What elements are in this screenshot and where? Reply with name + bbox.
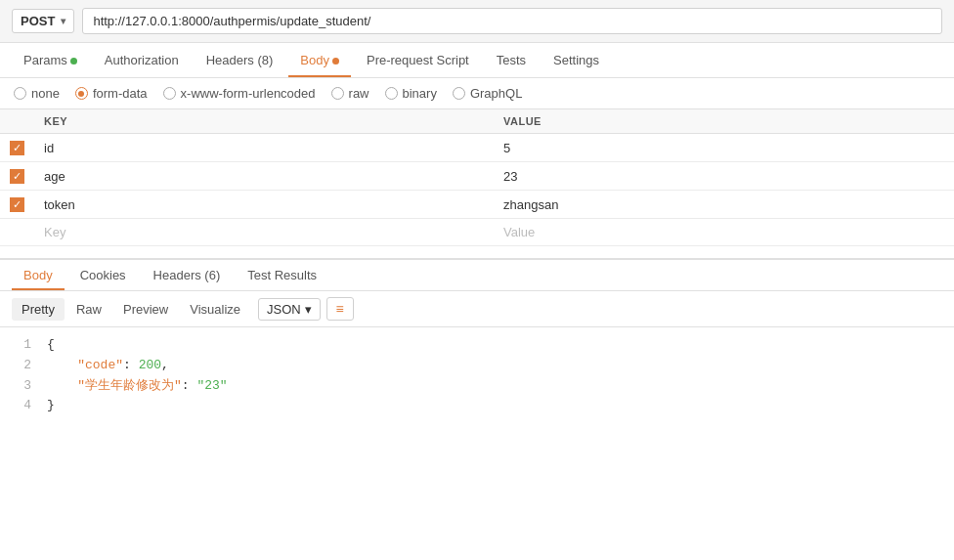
checkbox-token[interactable]: ✓ <box>10 197 24 212</box>
url-bar: POST ▾ <box>0 0 954 43</box>
method-label: POST <box>21 14 55 28</box>
response-toolbar: Pretty Raw Preview Visualize JSON ▾ ≡ <box>0 291 954 327</box>
preview-button[interactable]: Preview <box>113 298 178 321</box>
value-age[interactable]: 23 <box>494 162 954 191</box>
value-token[interactable]: zhangsan <box>494 191 954 219</box>
body-type-binary[interactable]: binary <box>385 86 437 101</box>
tab-params[interactable]: Params <box>12 43 89 77</box>
code-content-3: "学生年龄修改为": "23" <box>47 376 228 397</box>
line-num-4: 4 <box>12 396 31 416</box>
wrap-icon: ≡ <box>336 301 344 317</box>
radio-graphql <box>453 87 465 100</box>
body-dot <box>332 58 339 65</box>
table-row: ✓ age 23 <box>0 162 954 191</box>
value-id[interactable]: 5 <box>494 134 954 162</box>
code-line-3: 3 "学生年龄修改为": "23" <box>12 376 942 397</box>
line-num-1: 1 <box>12 335 31 356</box>
key-placeholder: Key <box>44 225 65 239</box>
line-num-3: 3 <box>12 376 31 397</box>
table-row: ✓ token zhangsan <box>0 191 954 219</box>
raw-button[interactable]: Raw <box>66 298 111 321</box>
response-section: Body Cookies Headers (6) Test Results Pr… <box>0 258 954 424</box>
resp-tab-test-results[interactable]: Test Results <box>236 260 328 290</box>
tab-body[interactable]: Body <box>288 43 351 77</box>
params-dot <box>70 58 77 65</box>
request-tabs: Params Authorization Headers (8) Body Pr… <box>0 43 954 78</box>
radio-form-data <box>75 87 88 100</box>
resp-tab-headers[interactable]: Headers (6) <box>142 260 233 290</box>
radio-none <box>14 87 26 100</box>
radio-urlencoded <box>163 87 176 100</box>
body-type-raw[interactable]: raw <box>331 86 369 101</box>
code-line-4: 4 } <box>12 396 942 416</box>
th-value: VALUE <box>494 109 954 134</box>
key-token[interactable]: token <box>34 191 494 219</box>
method-selector[interactable]: POST ▾ <box>12 9 74 33</box>
code-line-2: 2 "code": 200, <box>12 356 942 376</box>
tab-settings[interactable]: Settings <box>542 43 611 77</box>
body-type-form-data[interactable]: form-data <box>75 86 148 101</box>
radio-binary <box>385 87 398 100</box>
params-table: KEY VALUE ✓ id 5 ✓ age 23 <box>0 109 954 246</box>
key-id[interactable]: id <box>34 134 494 162</box>
th-key: KEY <box>34 109 494 134</box>
body-type-graphql[interactable]: GraphQL <box>453 86 522 101</box>
resp-tab-cookies[interactable]: Cookies <box>68 260 138 290</box>
format-arrow-icon: ▾ <box>305 302 312 317</box>
body-type-row: none form-data x-www-form-urlencoded raw… <box>0 78 954 109</box>
format-selector[interactable]: JSON ▾ <box>258 298 321 321</box>
checkbox-age[interactable]: ✓ <box>10 169 24 184</box>
checkbox-id[interactable]: ✓ <box>10 141 24 155</box>
code-content-1: { <box>47 335 55 356</box>
empty-row: Key Value <box>0 219 954 246</box>
line-num-2: 2 <box>12 356 31 376</box>
url-input[interactable] <box>82 8 942 34</box>
format-label: JSON <box>267 302 301 317</box>
body-type-none[interactable]: none <box>14 86 60 101</box>
visualize-button[interactable]: Visualize <box>180 298 250 321</box>
method-arrow-icon: ▾ <box>61 16 65 26</box>
response-tabs: Body Cookies Headers (6) Test Results <box>0 260 954 291</box>
resp-tab-body[interactable]: Body <box>12 260 65 290</box>
code-content-2: "code": 200, <box>47 356 169 376</box>
code-content-4: } <box>47 396 55 416</box>
code-area: 1 { 2 "code": 200, 3 "学生年龄修改为": "23" 4 } <box>0 327 954 424</box>
body-type-urlencoded[interactable]: x-www-form-urlencoded <box>163 86 316 101</box>
value-placeholder: Value <box>503 225 535 239</box>
pretty-button[interactable]: Pretty <box>12 298 65 321</box>
code-line-1: 1 { <box>12 335 942 356</box>
th-checkbox <box>0 109 34 134</box>
key-age[interactable]: age <box>34 162 494 191</box>
wrap-button[interactable]: ≡ <box>326 297 354 321</box>
tab-pre-request[interactable]: Pre-request Script <box>355 43 481 77</box>
radio-raw <box>331 87 344 100</box>
tab-headers[interactable]: Headers (8) <box>195 43 285 77</box>
tab-authorization[interactable]: Authorization <box>93 43 191 77</box>
table-row: ✓ id 5 <box>0 134 954 162</box>
tab-tests[interactable]: Tests <box>485 43 538 77</box>
